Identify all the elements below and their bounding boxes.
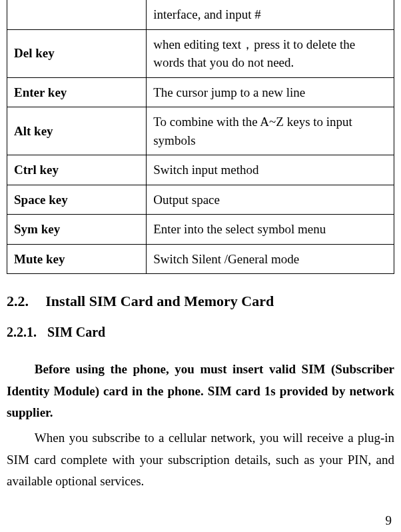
key-cell: Mute key — [7, 244, 147, 274]
section-heading: 2.2. Install SIM Card and Memory Card — [7, 293, 394, 310]
table-row: Mute key Switch Silent /General mode — [7, 244, 394, 274]
table-row: Del key when editing text，press it to de… — [7, 29, 394, 77]
desc-cell: The cursor jump to a new line — [147, 77, 394, 107]
desc-cell: Switch Silent /General mode — [147, 244, 394, 274]
desc-cell: interface, and input # — [147, 0, 394, 29]
page-content: interface, and input # Del key when edit… — [0, 0, 401, 492]
desc-cell: To combine with the A~Z keys to input sy… — [147, 107, 394, 155]
heading-text: SIM Card — [47, 325, 105, 339]
paragraph-bold: Before using the phone, you must insert … — [7, 359, 394, 423]
key-cell: Space key — [7, 185, 147, 215]
page-number: 9 — [386, 513, 392, 528]
paragraph: When you subscribe to a cellular network… — [7, 427, 394, 492]
table-row: Space key Output space — [7, 185, 394, 215]
desc-cell: when editing text，press it to delete the… — [147, 29, 394, 77]
key-cell: Ctrl key — [7, 155, 147, 185]
heading-number: 2.2.1. — [7, 325, 44, 340]
key-cell: Del key — [7, 29, 147, 77]
key-cell — [7, 0, 147, 29]
table-row: Enter key The cursor jump to a new line — [7, 77, 394, 107]
key-cell: Sym key — [7, 215, 147, 245]
desc-cell: Switch input method — [147, 155, 394, 185]
table-row: interface, and input # — [7, 0, 394, 29]
desc-cell: Enter into the select symbol menu — [147, 215, 394, 245]
key-description-table: interface, and input # Del key when edit… — [7, 0, 394, 274]
desc-cell: Output space — [147, 185, 394, 215]
key-cell: Enter key — [7, 77, 147, 107]
heading-text: Install SIM Card and Memory Card — [45, 293, 274, 309]
subsection-heading: 2.2.1. SIM Card — [7, 325, 394, 340]
heading-number: 2.2. — [7, 293, 42, 310]
table-row: Alt key To combine with the A~Z keys to … — [7, 107, 394, 155]
key-cell: Alt key — [7, 107, 147, 155]
table-row: Sym key Enter into the select symbol men… — [7, 215, 394, 245]
table-row: Ctrl key Switch input method — [7, 155, 394, 185]
